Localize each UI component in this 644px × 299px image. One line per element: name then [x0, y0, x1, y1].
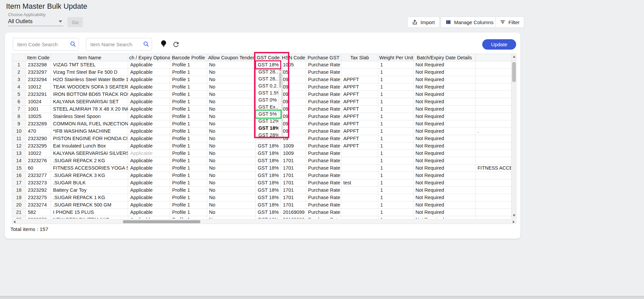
cell-weight[interactable]: 1: [378, 194, 413, 201]
cell-weight[interactable]: 1: [378, 128, 413, 135]
gst-option[interactable]: GST 28...: [256, 68, 282, 75]
cell-purchase[interactable]: Purchase Rate: [306, 150, 341, 157]
cell-purchase[interactable]: Purchase Rate: [306, 98, 341, 106]
cell-purchase[interactable]: Purchase Rate: [306, 135, 341, 142]
cell-barcode[interactable]: Profile 1: [170, 128, 207, 135]
cell-hsn[interactable]: 09: [281, 113, 306, 120]
cell-details[interactable]: Not Required: [413, 157, 476, 165]
import-button[interactable]: Import: [407, 16, 440, 28]
cell-hsn[interactable]: 1701: [281, 172, 306, 179]
cell-barcode[interactable]: Profile 1: [170, 209, 207, 216]
cell-gst[interactable]: GST 18%: [256, 61, 281, 69]
cell-barcode[interactable]: Profile 1: [170, 194, 207, 201]
cell-hsn[interactable]: 09: [281, 98, 306, 106]
cell-tax[interactable]: [341, 209, 378, 216]
cell-details[interactable]: Not Required: [413, 113, 476, 120]
manage-columns-button[interactable]: Manage Columns: [441, 16, 498, 28]
gst-option[interactable]: GST 0% ...: [256, 97, 282, 104]
cell-details[interactable]: Not Required: [413, 150, 476, 157]
cell-purchase[interactable]: Purchase Rate: [306, 76, 341, 83]
cell-batch_opt[interactable]: Applicable: [128, 216, 170, 219]
cell-batch_opt[interactable]: Applicable: [128, 135, 170, 142]
cell-coupon[interactable]: No: [207, 172, 256, 179]
update-button[interactable]: Update: [482, 39, 516, 50]
cell-tax[interactable]: [341, 172, 378, 179]
cell-purchase[interactable]: Purchase Rate: [306, 194, 341, 201]
cell-gst[interactable]: GST 18%: [256, 201, 281, 209]
cell-batch_opt[interactable]: Applicable: [128, 172, 170, 179]
cell-coupon[interactable]: No: [207, 76, 256, 83]
cell-details[interactable]: Not Required: [413, 201, 476, 209]
cell-details[interactable]: Not Required: [413, 179, 476, 187]
cell-coupon[interactable]: No: [207, 157, 256, 165]
cell-purchase[interactable]: Purchase Rate: [306, 209, 341, 216]
cell-tax[interactable]: [341, 187, 378, 194]
horizontal-scrollbar[interactable]: [12, 219, 516, 224]
cell-purchase[interactable]: Purchase Rate: [306, 106, 341, 113]
cell-weight[interactable]: 1: [378, 98, 413, 106]
cell-coupon[interactable]: No: [207, 209, 256, 216]
cell-gst[interactable]: GST 18%: [256, 142, 281, 150]
cell-purchase[interactable]: Purchase Rate: [306, 157, 341, 165]
cell-hsn[interactable]: 1701: [281, 165, 306, 172]
cell-weight[interactable]: 1: [378, 135, 413, 142]
cell-hsn[interactable]: 09: [281, 128, 306, 135]
cell-hsn[interactable]: 05: [281, 69, 306, 76]
cell-coupon[interactable]: No: [207, 61, 256, 69]
cell-barcode[interactable]: Profile 1: [170, 120, 207, 128]
cell-tax[interactable]: test: [341, 179, 378, 187]
scroll-right-arrow-icon[interactable]: [513, 221, 515, 223]
cell-hsn[interactable]: 1701: [281, 201, 306, 209]
cell-barcode[interactable]: Profile 1: [170, 113, 207, 120]
cell-coupon[interactable]: No: [207, 128, 256, 135]
cell-batch_opt[interactable]: Applicable: [128, 98, 170, 106]
cell-hsn[interactable]: 09: [281, 76, 306, 83]
cell-coupon[interactable]: No: [207, 201, 256, 209]
cell-hsn[interactable]: 1701: [281, 194, 306, 201]
cell-barcode[interactable]: Profile 1: [170, 106, 207, 113]
cell-batch_opt[interactable]: Applicable: [128, 83, 170, 91]
cell-purchase[interactable]: Purchase Rate: [306, 179, 341, 187]
cell-coupon[interactable]: No: [207, 98, 256, 106]
cell-details[interactable]: Not Required: [413, 187, 476, 194]
gst-option[interactable]: GST Ex...: [256, 104, 282, 111]
cell-batch_opt[interactable]: Applicable: [128, 113, 170, 120]
item-code-search-input[interactable]: [13, 38, 79, 51]
cell-weight[interactable]: 1: [378, 209, 413, 216]
cell-gst[interactable]: GST 18%: [256, 172, 281, 179]
cell-details[interactable]: Not Required: [413, 128, 476, 135]
cell-purchase[interactable]: Purchase Rate: [306, 172, 341, 179]
cell-tax[interactable]: APPFT: [341, 83, 378, 91]
cell-batch_opt[interactable]: Applicable: [128, 106, 170, 113]
cell-coupon[interactable]: No: [207, 91, 256, 98]
cell-gst[interactable]: GST 18%: [256, 194, 281, 201]
cell-batch_opt[interactable]: Applicable: [128, 165, 170, 172]
cell-tax[interactable]: [341, 61, 378, 69]
cell-details[interactable]: Not Required: [413, 106, 476, 113]
cell-hsn[interactable]: 09: [281, 106, 306, 113]
cell-tax[interactable]: APPFT: [341, 142, 378, 150]
cell-tax[interactable]: [341, 201, 378, 209]
cell-barcode[interactable]: Profile 1: [170, 69, 207, 76]
cell-hsn[interactable]: 09: [281, 91, 306, 98]
cell-hsn[interactable]: 20169099: [281, 209, 306, 216]
scroll-left-arrow-icon[interactable]: [13, 221, 15, 223]
cell-details[interactable]: Not Required: [413, 165, 476, 172]
cell-batch_opt[interactable]: Applicable: [128, 76, 170, 83]
cell-batch_opt[interactable]: Applicable: [128, 187, 170, 194]
cell-barcode[interactable]: Profile 1: [170, 172, 207, 179]
filter-button[interactable]: Filter: [495, 16, 524, 28]
cell-gst[interactable]: GST 18%: [256, 187, 281, 194]
cell-purchase[interactable]: Purchase Rate: [306, 120, 341, 128]
dropdown-scrollbar[interactable]: [278, 68, 282, 138]
go-button[interactable]: Go: [67, 17, 83, 27]
cell-purchase[interactable]: Purchase Rate: [306, 113, 341, 120]
cell-batch_opt[interactable]: Applicable: [128, 69, 170, 76]
cell-barcode[interactable]: Profile 1: [170, 150, 207, 157]
cell-coupon[interactable]: No: [207, 150, 256, 157]
cell-details[interactable]: Not Required: [413, 83, 476, 91]
cell-batch_opt[interactable]: Applicable: [128, 194, 170, 201]
cell-tax[interactable]: APPFT: [341, 113, 378, 120]
dropdown-scroll-up-icon[interactable]: [279, 69, 281, 71]
cell-barcode[interactable]: Profile 1: [170, 201, 207, 209]
